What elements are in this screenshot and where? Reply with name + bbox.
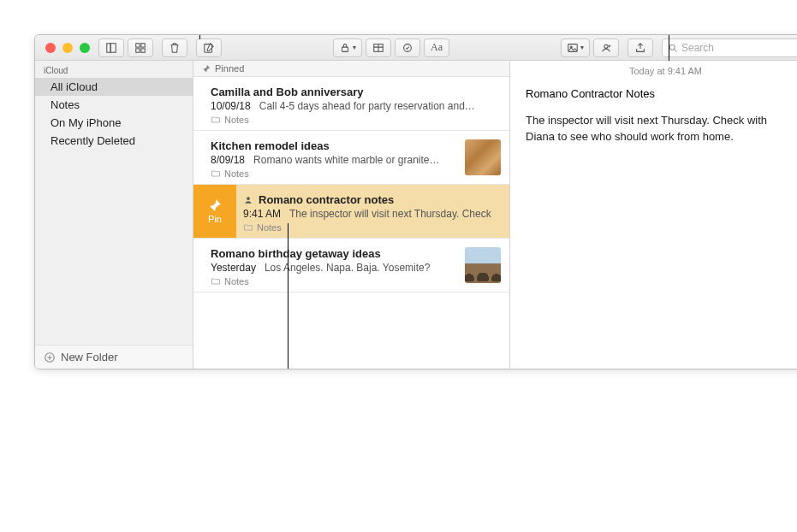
checklist-button[interactable]: [395, 38, 420, 57]
list-icon: [105, 42, 117, 54]
list-view-button[interactable]: [98, 38, 124, 57]
svg-rect-10: [568, 44, 578, 51]
folder-icon: [211, 168, 221, 179]
media-button[interactable]: ▾: [561, 38, 590, 57]
svg-rect-1: [110, 43, 116, 52]
note-row[interactable]: PinRomano birthday getaway ideasYesterda…: [193, 239, 509, 293]
chevron-down-icon: ▾: [353, 44, 356, 51]
callout-line: [669, 34, 669, 61]
new-folder-label: New Folder: [61, 351, 117, 364]
svg-rect-7: [342, 47, 348, 51]
lock-button[interactable]: ▾: [333, 38, 362, 57]
sidebar-section-label: iCloud: [35, 61, 193, 78]
sidebar-item-recently-deleted[interactable]: Recently Deleted: [35, 132, 193, 150]
note-attachment-thumbnail: [465, 139, 501, 175]
note-subline: YesterdayLos Angeles. Napa. Baja. Yosemi…: [211, 262, 456, 274]
photo-icon: [567, 42, 579, 54]
sidebar-item-label: All iCloud: [51, 80, 98, 93]
new-note-button[interactable]: [196, 38, 222, 57]
callout-line: [288, 223, 288, 369]
callout-line: [199, 34, 200, 39]
editor-title: Romano Contractor Notes: [526, 86, 769, 103]
search-field[interactable]: [662, 38, 797, 57]
grid-icon: [134, 42, 146, 54]
main-columns: iCloud All iCloud Notes On My iPhone Rec…: [35, 61, 797, 369]
delete-button[interactable]: [162, 38, 187, 57]
note-folder: Notes: [211, 276, 456, 287]
pin-icon: [202, 64, 211, 73]
note-title: Romano contractor notes: [243, 193, 501, 206]
note-subline: 10/09/18Call 4-5 days ahead for party re…: [211, 100, 501, 112]
svg-rect-4: [136, 48, 140, 51]
close-button[interactable]: [45, 43, 56, 53]
note-row[interactable]: PinRomano contractor notes9:41 AMThe ins…: [193, 185, 509, 239]
pin-action[interactable]: Pin: [193, 185, 236, 238]
titlebar: ▾ Aa ▾: [35, 35, 797, 61]
note-snippet: Los Angeles. Napa. Baja. Yosemite?: [265, 262, 430, 274]
note-folder: Notes: [243, 222, 501, 233]
sidebar-item-all-icloud[interactable]: All iCloud: [35, 78, 193, 96]
editor-date: Today at 9:41 AM: [510, 61, 797, 81]
folder-icon: [243, 222, 253, 233]
editor-content[interactable]: Romano Contractor Notes The inspector wi…: [510, 81, 784, 151]
shared-icon: [243, 195, 253, 205]
sidebar-item-label: Notes: [51, 98, 80, 111]
folder-icon: [211, 276, 221, 287]
note-date: 8/09/18: [211, 154, 245, 166]
sidebar-item-on-my-iphone[interactable]: On My iPhone: [35, 114, 193, 132]
folder-icon: [211, 115, 221, 125]
search-input[interactable]: [681, 42, 797, 54]
svg-rect-2: [136, 43, 140, 46]
pinned-header: Pinned: [193, 61, 509, 77]
note-date: Yesterday: [211, 262, 256, 274]
pin-label: Pin: [208, 214, 222, 224]
new-folder-button[interactable]: New Folder: [35, 345, 193, 369]
note-date: 10/09/18: [211, 100, 251, 112]
svg-point-13: [669, 44, 675, 50]
note-snippet: Romano wants white marble or granite…: [253, 154, 439, 166]
share-button[interactable]: [627, 38, 653, 57]
table-button[interactable]: [366, 38, 391, 57]
note-date: 9:41 AM: [243, 208, 281, 220]
lock-icon: [339, 42, 351, 54]
note-attachment-thumbnail: [465, 247, 501, 283]
note-subline: 8/09/18Romano wants white marble or gran…: [211, 154, 456, 166]
note-snippet: Call 4-5 days ahead for party reservatio…: [259, 100, 475, 112]
svg-rect-0: [107, 43, 110, 52]
svg-point-15: [247, 197, 250, 200]
format-button[interactable]: Aa: [424, 38, 449, 57]
note-body: Romano contractor notes9:41 AMThe inspec…: [236, 185, 509, 238]
note-title: Kitchen remodel ideas: [211, 139, 456, 152]
sidebar-item-label: On My iPhone: [51, 116, 121, 129]
format-icon: Aa: [431, 41, 443, 54]
add-people-icon: [600, 42, 612, 54]
note-folder: Notes: [211, 168, 456, 179]
checklist-icon: [401, 42, 413, 54]
chevron-down-icon: ▾: [580, 44, 584, 51]
note-row[interactable]: PinKitchen remodel ideas8/09/18Romano wa…: [193, 131, 509, 185]
note-body: Romano birthday getaway ideasYesterdayLo…: [193, 239, 465, 292]
svg-rect-5: [141, 48, 145, 51]
note-subline: 9:41 AMThe inspector will visit next Thu…: [243, 208, 501, 220]
gallery-view-button[interactable]: [128, 38, 153, 57]
note-title: Romano birthday getaway ideas: [211, 247, 456, 260]
pinned-header-label: Pinned: [215, 63, 244, 74]
window-controls: [40, 43, 90, 53]
svg-rect-3: [141, 43, 145, 46]
svg-point-12: [604, 44, 608, 48]
compose-icon: [203, 42, 215, 54]
share-icon: [634, 42, 646, 54]
zoom-button[interactable]: [80, 43, 90, 53]
note-folder: Notes: [211, 115, 501, 125]
minimize-button[interactable]: [62, 43, 73, 53]
plus-circle-icon: [44, 352, 56, 364]
pin-icon: [208, 198, 222, 212]
collaborate-button[interactable]: [593, 38, 619, 57]
note-row[interactable]: PinCamilla and Bob anniversary10/09/18Ca…: [193, 77, 509, 131]
sidebar-item-label: Recently Deleted: [51, 134, 135, 147]
trash-icon: [169, 42, 181, 54]
sidebar: iCloud All iCloud Notes On My iPhone Rec…: [35, 61, 193, 369]
note-snippet: The inspector will visit next Thursday. …: [289, 208, 491, 220]
table-icon: [372, 42, 384, 54]
sidebar-item-notes[interactable]: Notes: [35, 96, 193, 114]
